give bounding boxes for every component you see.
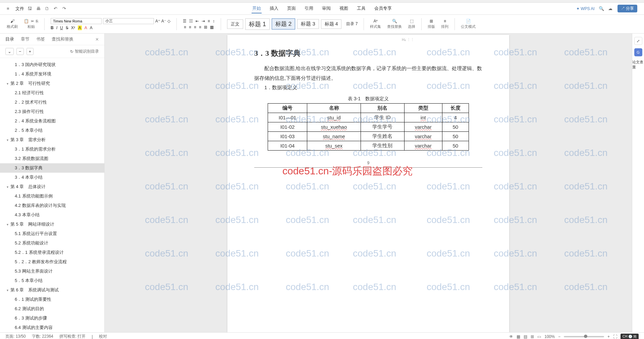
- outline-item[interactable]: 2．4 系统业务流程图: [0, 116, 104, 126]
- zoom-plus-icon[interactable]: +: [607, 334, 610, 339]
- outline-item[interactable]: 5.3 网站主界面设计: [0, 267, 104, 276]
- outline-item[interactable]: 5．2．2 教师发布作业流程: [0, 257, 104, 267]
- status-words[interactable]: 字数: 22364: [32, 334, 53, 339]
- outline-item[interactable]: 4.3 本章小结: [0, 210, 104, 220]
- thesis-check-button[interactable]: G: [634, 48, 642, 56]
- sidebar-close-icon[interactable]: ✕: [95, 37, 99, 42]
- official-mode-icon[interactable]: 📄: [466, 19, 471, 23]
- undo-icon[interactable]: ↶: [54, 6, 59, 11]
- bullet-list-icon[interactable]: ☰: [183, 19, 186, 23]
- style-h3[interactable]: 标题 3: [297, 19, 319, 29]
- redo-icon[interactable]: ↷: [62, 6, 68, 11]
- view-mode-icon-2[interactable]: ▦: [517, 334, 520, 339]
- text-effect-icon[interactable]: A: [90, 25, 93, 30]
- smart-toc-button[interactable]: ↻ 智能识别目录: [70, 49, 99, 54]
- strikethrough-icon[interactable]: S̶: [66, 25, 68, 30]
- italic-icon[interactable]: I: [56, 25, 57, 30]
- view-mode-icon-1[interactable]: 👁: [509, 334, 513, 339]
- outline-item[interactable]: 5．5 本章小结: [0, 276, 104, 285]
- outline-item[interactable]: 6．3 测试的步骤: [0, 314, 104, 323]
- status-page[interactable]: 页面: 13/50: [5, 334, 26, 339]
- outline-item[interactable]: 3.2 系统数据流图: [0, 154, 104, 163]
- style-h1[interactable]: 标题 1: [245, 18, 270, 30]
- preview-icon[interactable]: 🗋: [45, 6, 50, 11]
- align-left-icon[interactable]: ≡: [184, 25, 186, 30]
- sidebar-tab-bookmarks[interactable]: 书签: [36, 36, 45, 42]
- tab-tools[interactable]: 工具: [356, 4, 366, 13]
- select-icon[interactable]: ⬚: [410, 19, 414, 23]
- outline-item[interactable]: 4.2 数据库表的设计与实现: [0, 201, 104, 210]
- superscript-icon[interactable]: X²: [71, 25, 75, 30]
- increase-font-icon[interactable]: A⁺: [155, 19, 160, 23]
- format-brush-icon[interactable]: 🖌: [10, 19, 14, 23]
- tab-page[interactable]: 页面: [286, 4, 297, 13]
- tab-reference[interactable]: 引用: [304, 4, 314, 13]
- zoom-minus-icon[interactable]: −: [558, 334, 560, 339]
- outline-item[interactable]: 2.1 经济可行性: [0, 88, 104, 98]
- outline-item[interactable]: 2．2 技术可行性: [0, 98, 104, 107]
- align-right-icon[interactable]: ≡: [194, 25, 196, 30]
- outline-item[interactable]: 3．3 数据字典: [0, 163, 104, 173]
- view-mode-icon-3[interactable]: ▤: [524, 334, 527, 339]
- tab-home[interactable]: 开始: [252, 4, 262, 13]
- indent-increase-icon[interactable]: ⇥: [202, 19, 205, 23]
- highlight-icon[interactable]: A: [78, 25, 82, 30]
- distribute-icon[interactable]: ⊞: [204, 25, 207, 30]
- status-spellcheck[interactable]: 拼写检查: 打开: [59, 334, 86, 339]
- wps-ai-button[interactable]: ✦ WPS AI: [576, 6, 595, 11]
- rail-collapse-icon[interactable]: ⤢: [634, 37, 642, 45]
- outline-item[interactable]: 第 5 章 网站详细设计: [0, 220, 104, 229]
- view-mode-icon-4[interactable]: ⊞: [531, 334, 534, 339]
- view-mode-icon-5[interactable]: ▭: [537, 334, 541, 339]
- sidebar-tab-chapters[interactable]: 章节: [21, 36, 30, 42]
- outline-item[interactable]: 第 6 章 系统调试与测试: [0, 285, 104, 295]
- outline-item[interactable]: 1．4 系统开发环境: [0, 69, 104, 79]
- outline-item[interactable]: 第 3 章 需求分析: [0, 135, 104, 145]
- clear-format-icon[interactable]: ◇: [167, 19, 170, 23]
- tab-view[interactable]: 视图: [339, 4, 349, 13]
- outline-item[interactable]: 4.1 系统功能图示例: [0, 191, 104, 201]
- paste-icon[interactable]: 📋: [24, 19, 29, 23]
- sort-column-icon[interactable]: ≡: [444, 19, 446, 23]
- find-replace-icon[interactable]: 🔍: [392, 19, 397, 23]
- style-normal[interactable]: 正文: [227, 19, 243, 29]
- fullscreen-icon[interactable]: ⛶: [613, 334, 617, 339]
- sort-icon[interactable]: ↕: [213, 19, 215, 23]
- ime-badge[interactable]: CH 🕗 简: [621, 334, 639, 339]
- align-justify-icon[interactable]: ≡: [199, 25, 201, 30]
- font-size-select[interactable]: [103, 18, 154, 24]
- outline-item[interactable]: 5.1 系统运行平台设置: [0, 229, 104, 238]
- decrease-font-icon[interactable]: A⁻: [161, 19, 166, 23]
- font-family-select[interactable]: [51, 18, 102, 24]
- tab-insert[interactable]: 插入: [269, 4, 279, 13]
- outline-item[interactable]: 2.3 操作可行性: [0, 107, 104, 116]
- shading-icon[interactable]: ▦: [210, 25, 214, 30]
- sidebar-tab-toc[interactable]: 目录: [5, 36, 14, 42]
- copy-icon[interactable]: ⎘: [36, 19, 38, 23]
- outline-item[interactable]: 3．4 本章小结: [0, 173, 104, 182]
- style-h2[interactable]: 标题 2: [272, 18, 295, 30]
- outline-item[interactable]: 6.2 测试的目的: [0, 304, 104, 314]
- menu-icon[interactable]: ≡: [7, 6, 12, 11]
- zoom-slider[interactable]: [564, 336, 604, 337]
- zoom-out-button[interactable]: −: [16, 48, 24, 55]
- outline-item[interactable]: 1．3 国内外研究现状: [0, 60, 104, 69]
- save-icon[interactable]: 🖫: [28, 6, 33, 11]
- align-center-icon[interactable]: ≡: [189, 25, 191, 30]
- sidebar-tab-find[interactable]: 查找和替换: [52, 36, 73, 42]
- cloud-icon[interactable]: ☁: [608, 6, 613, 11]
- number-list-icon[interactable]: ☷: [189, 19, 193, 23]
- outline-item[interactable]: 2．5 本章小结: [0, 126, 104, 135]
- arrange-icon[interactable]: ⊞: [430, 19, 433, 23]
- outline-item[interactable]: 6.4 测试的主要内容: [0, 323, 104, 332]
- tab-member[interactable]: 会员专享: [374, 4, 392, 13]
- underline-icon[interactable]: U: [60, 25, 63, 30]
- file-menu[interactable]: 文件: [15, 6, 24, 12]
- status-proofread[interactable]: 校对: [99, 334, 107, 339]
- zoom-value[interactable]: 100%: [544, 334, 555, 339]
- outline-item[interactable]: 6．1 测试的重要性: [0, 295, 104, 304]
- zoom-in-button[interactable]: +: [26, 48, 34, 55]
- print-icon[interactable]: 🖶: [36, 6, 42, 11]
- tab-review[interactable]: 审阅: [321, 4, 331, 13]
- outline-item[interactable]: 第 4 章 总体设计: [0, 182, 104, 191]
